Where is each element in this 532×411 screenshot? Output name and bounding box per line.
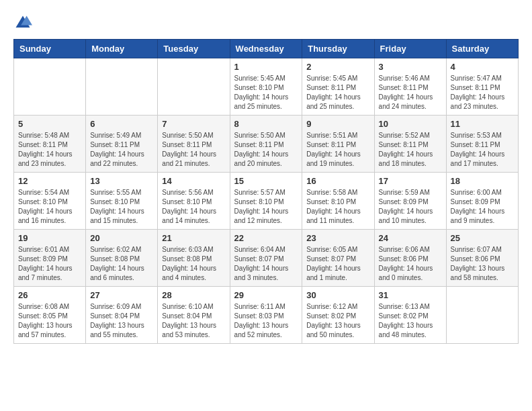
day-number: 3 bbox=[379, 62, 442, 72]
weekday-header-sunday: Sunday bbox=[14, 40, 86, 58]
day-info: Sunrise: 6:03 AMSunset: 8:08 PMDaylight:… bbox=[162, 245, 225, 283]
day-info: Sunrise: 6:08 AMSunset: 8:05 PMDaylight:… bbox=[18, 302, 81, 340]
day-number: 12 bbox=[18, 176, 81, 186]
calendar-cell: 6Sunrise: 5:49 AMSunset: 8:11 PMDaylight… bbox=[86, 116, 158, 173]
day-info: Sunrise: 6:00 AMSunset: 8:09 PMDaylight:… bbox=[451, 188, 514, 226]
calendar-cell: 22Sunrise: 6:04 AMSunset: 8:07 PMDayligh… bbox=[230, 230, 302, 287]
day-info: Sunrise: 5:54 AMSunset: 8:10 PMDaylight:… bbox=[18, 188, 81, 226]
day-number: 5 bbox=[18, 119, 81, 129]
calendar-cell: 19Sunrise: 6:01 AMSunset: 8:09 PMDayligh… bbox=[14, 230, 86, 287]
day-info: Sunrise: 5:46 AMSunset: 8:11 PMDaylight:… bbox=[379, 74, 442, 111]
day-info: Sunrise: 5:50 AMSunset: 8:11 PMDaylight:… bbox=[162, 131, 225, 169]
calendar-cell: 7Sunrise: 5:50 AMSunset: 8:11 PMDaylight… bbox=[158, 116, 230, 173]
day-number: 19 bbox=[18, 233, 81, 243]
day-info: Sunrise: 6:06 AMSunset: 8:06 PMDaylight:… bbox=[379, 245, 442, 283]
day-info: Sunrise: 5:52 AMSunset: 8:11 PMDaylight:… bbox=[379, 131, 442, 169]
calendar-cell: 25Sunrise: 6:07 AMSunset: 8:06 PMDayligh… bbox=[446, 230, 518, 287]
day-number: 21 bbox=[162, 233, 225, 243]
day-number: 6 bbox=[90, 119, 153, 129]
calendar-cell bbox=[86, 58, 158, 116]
calendar-cell: 16Sunrise: 5:58 AMSunset: 8:10 PMDayligh… bbox=[302, 173, 374, 230]
calendar-cell: 4Sunrise: 5:47 AMSunset: 8:11 PMDaylight… bbox=[446, 58, 518, 116]
calendar-cell: 18Sunrise: 6:00 AMSunset: 8:09 PMDayligh… bbox=[446, 173, 518, 230]
day-number: 14 bbox=[162, 176, 225, 186]
day-info: Sunrise: 6:11 AMSunset: 8:03 PMDaylight:… bbox=[234, 302, 298, 340]
day-info: Sunrise: 5:51 AMSunset: 8:11 PMDaylight:… bbox=[306, 131, 369, 169]
calendar-cell: 23Sunrise: 6:05 AMSunset: 8:07 PMDayligh… bbox=[302, 230, 374, 287]
week-row-2: 5Sunrise: 5:48 AMSunset: 8:11 PMDaylight… bbox=[14, 116, 519, 173]
logo-icon bbox=[13, 13, 32, 32]
day-info: Sunrise: 6:13 AMSunset: 8:02 PMDaylight:… bbox=[379, 302, 442, 340]
calendar-cell: 1Sunrise: 5:45 AMSunset: 8:10 PMDaylight… bbox=[230, 58, 302, 116]
day-number: 31 bbox=[379, 290, 442, 300]
day-number: 9 bbox=[306, 119, 369, 129]
logo bbox=[13, 13, 35, 32]
day-number: 1 bbox=[234, 62, 298, 72]
week-row-4: 19Sunrise: 6:01 AMSunset: 8:09 PMDayligh… bbox=[14, 230, 519, 287]
day-info: Sunrise: 6:09 AMSunset: 8:04 PMDaylight:… bbox=[90, 302, 153, 340]
day-number: 23 bbox=[306, 233, 369, 243]
day-number: 7 bbox=[162, 119, 225, 129]
day-info: Sunrise: 6:01 AMSunset: 8:09 PMDaylight:… bbox=[18, 245, 81, 283]
calendar-cell: 13Sunrise: 5:55 AMSunset: 8:10 PMDayligh… bbox=[86, 173, 158, 230]
calendar-cell: 5Sunrise: 5:48 AMSunset: 8:11 PMDaylight… bbox=[14, 116, 86, 173]
day-number: 20 bbox=[90, 233, 153, 243]
day-number: 24 bbox=[379, 233, 442, 243]
day-info: Sunrise: 5:59 AMSunset: 8:09 PMDaylight:… bbox=[379, 188, 442, 226]
calendar-cell bbox=[446, 287, 518, 344]
day-info: Sunrise: 5:58 AMSunset: 8:10 PMDaylight:… bbox=[306, 188, 369, 226]
week-row-3: 12Sunrise: 5:54 AMSunset: 8:10 PMDayligh… bbox=[14, 173, 519, 230]
weekday-header-friday: Friday bbox=[374, 40, 446, 58]
week-row-1: 1Sunrise: 5:45 AMSunset: 8:10 PMDaylight… bbox=[14, 58, 519, 116]
weekday-header-tuesday: Tuesday bbox=[158, 40, 230, 58]
calendar-cell: 20Sunrise: 6:02 AMSunset: 8:08 PMDayligh… bbox=[86, 230, 158, 287]
calendar-cell: 30Sunrise: 6:12 AMSunset: 8:02 PMDayligh… bbox=[302, 287, 374, 344]
day-info: Sunrise: 6:10 AMSunset: 8:04 PMDaylight:… bbox=[162, 302, 225, 340]
calendar-cell: 29Sunrise: 6:11 AMSunset: 8:03 PMDayligh… bbox=[230, 287, 302, 344]
day-number: 11 bbox=[451, 119, 514, 129]
calendar-cell: 15Sunrise: 5:57 AMSunset: 8:10 PMDayligh… bbox=[230, 173, 302, 230]
calendar-cell: 14Sunrise: 5:56 AMSunset: 8:10 PMDayligh… bbox=[158, 173, 230, 230]
calendar-cell: 31Sunrise: 6:13 AMSunset: 8:02 PMDayligh… bbox=[374, 287, 446, 344]
day-number: 22 bbox=[234, 233, 298, 243]
week-row-5: 26Sunrise: 6:08 AMSunset: 8:05 PMDayligh… bbox=[14, 287, 519, 344]
day-number: 30 bbox=[306, 290, 369, 300]
calendar-cell: 21Sunrise: 6:03 AMSunset: 8:08 PMDayligh… bbox=[158, 230, 230, 287]
day-info: Sunrise: 5:45 AMSunset: 8:11 PMDaylight:… bbox=[306, 74, 369, 111]
day-number: 8 bbox=[234, 119, 298, 129]
day-info: Sunrise: 5:50 AMSunset: 8:11 PMDaylight:… bbox=[234, 131, 298, 169]
weekday-header-row: SundayMondayTuesdayWednesdayThursdayFrid… bbox=[14, 40, 519, 58]
calendar-cell: 28Sunrise: 6:10 AMSunset: 8:04 PMDayligh… bbox=[158, 287, 230, 344]
calendar-cell: 2Sunrise: 5:45 AMSunset: 8:11 PMDaylight… bbox=[302, 58, 374, 116]
calendar-cell: 10Sunrise: 5:52 AMSunset: 8:11 PMDayligh… bbox=[374, 116, 446, 173]
day-info: Sunrise: 5:53 AMSunset: 8:11 PMDaylight:… bbox=[451, 131, 514, 169]
day-info: Sunrise: 6:04 AMSunset: 8:07 PMDaylight:… bbox=[234, 245, 298, 283]
calendar-cell: 3Sunrise: 5:46 AMSunset: 8:11 PMDaylight… bbox=[374, 58, 446, 116]
weekday-header-monday: Monday bbox=[86, 40, 158, 58]
calendar-cell bbox=[14, 58, 86, 116]
calendar-cell: 24Sunrise: 6:06 AMSunset: 8:06 PMDayligh… bbox=[374, 230, 446, 287]
day-info: Sunrise: 5:47 AMSunset: 8:11 PMDaylight:… bbox=[451, 74, 514, 111]
calendar-cell: 17Sunrise: 5:59 AMSunset: 8:09 PMDayligh… bbox=[374, 173, 446, 230]
day-number: 27 bbox=[90, 290, 153, 300]
day-info: Sunrise: 5:56 AMSunset: 8:10 PMDaylight:… bbox=[162, 188, 225, 226]
day-number: 16 bbox=[306, 176, 369, 186]
day-number: 13 bbox=[90, 176, 153, 186]
calendar-cell: 9Sunrise: 5:51 AMSunset: 8:11 PMDaylight… bbox=[302, 116, 374, 173]
day-number: 17 bbox=[379, 176, 442, 186]
day-info: Sunrise: 5:55 AMSunset: 8:10 PMDaylight:… bbox=[90, 188, 153, 226]
day-info: Sunrise: 5:49 AMSunset: 8:11 PMDaylight:… bbox=[90, 131, 153, 169]
day-number: 10 bbox=[379, 119, 442, 129]
day-number: 2 bbox=[306, 62, 369, 72]
day-info: Sunrise: 6:12 AMSunset: 8:02 PMDaylight:… bbox=[306, 302, 369, 340]
day-number: 18 bbox=[451, 176, 514, 186]
calendar-cell: 12Sunrise: 5:54 AMSunset: 8:10 PMDayligh… bbox=[14, 173, 86, 230]
page-header bbox=[13, 13, 519, 32]
day-number: 25 bbox=[451, 233, 514, 243]
day-number: 4 bbox=[451, 62, 514, 72]
day-info: Sunrise: 6:07 AMSunset: 8:06 PMDaylight:… bbox=[451, 245, 514, 283]
calendar-cell: 27Sunrise: 6:09 AMSunset: 8:04 PMDayligh… bbox=[86, 287, 158, 344]
calendar-cell bbox=[158, 58, 230, 116]
day-info: Sunrise: 5:48 AMSunset: 8:11 PMDaylight:… bbox=[18, 131, 81, 169]
calendar-cell: 26Sunrise: 6:08 AMSunset: 8:05 PMDayligh… bbox=[14, 287, 86, 344]
